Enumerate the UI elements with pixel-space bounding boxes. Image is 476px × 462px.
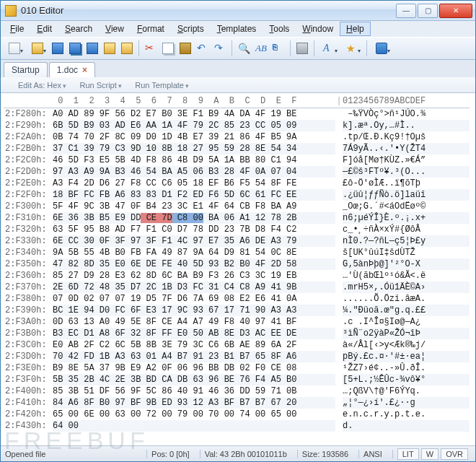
menu-scripts[interactable]: Scripts [171, 22, 211, 36]
hex-bytes[interactable]: 65 00 6E 00 63 00 72 00 79 00 70 00 74 0… [53, 409, 335, 420]
close-button[interactable]: ✕ [439, 4, 472, 18]
hex-ascii[interactable]: …'Ù(ãbŒlº¹ó&Ã<.ë [343, 270, 470, 282]
hex-row[interactable]: 2:F340h:9A 5B 55 4B B0 FB FA 49 87 9A 64… [4, 247, 470, 258]
hex-row[interactable]: 2:F400h:85 3B 51 DF 56 9F 5C 86 40 91 46… [4, 385, 470, 397]
hex-icon[interactable]: ⎘ [270, 40, 286, 56]
tab-startup[interactable]: Startup [4, 62, 48, 77]
hex-row[interactable]: 2:F430h:64 00 d. [4, 420, 470, 432]
hex-row[interactable]: 2:F2D0h:97 A3 A9 9A B3 46 54 BA A5 06 B3… [4, 166, 470, 178]
hex-bytes[interactable]: A3 F4 2D D6 27 F8 CC C6 05 18 EF B6 F5 5… [53, 178, 335, 189]
hex-bytes[interactable]: 64 00 [53, 420, 335, 432]
hex-ascii[interactable]: .tp/Œ.Ð.Kç9!†Oµš [343, 131, 470, 143]
hex-ascii[interactable]: ¹ŽZ7›é¢..-»Û.ðÎ. [343, 362, 470, 374]
hex-row[interactable]: 2:F350h:47 82 8D 35 E0 6E DE FE 40 5D 93… [4, 258, 470, 270]
hex-ascii[interactable]: .c .I^Î¤§Iø@—A¿ [343, 316, 470, 328]
hex-row[interactable]: 2:F2A0h:0B 74 70 2F 8C 09 D0 1D 4B E7 39… [4, 131, 470, 143]
hex-row[interactable]: 2:F390h:BC 1E 94 D0 FC 6F E3 17 9C 93 67… [4, 305, 470, 316]
find-text-icon[interactable]: AB [253, 40, 269, 56]
search-icon[interactable]: 🔍 [236, 40, 252, 56]
hex-bytes[interactable]: 70 42 FD 1B A3 63 01 A4 B7 91 23 B1 B7 6… [53, 351, 335, 362]
print-icon[interactable] [294, 40, 310, 56]
menu-format[interactable]: Format [131, 22, 171, 36]
calc-icon[interactable] [371, 40, 392, 56]
hex-ascii[interactable]: 7Á9yÃ..‹.'•Y(ŽT4 [343, 143, 470, 154]
open-folder-icon[interactable] [102, 40, 118, 56]
hex-ascii[interactable]: „¦°—¿›í'.£¿··g [343, 397, 470, 409]
hex-row[interactable]: 2:F3F0h:5B 35 2B 4C 2E 3B BD CA DB 63 96… [4, 374, 470, 385]
tab-doc[interactable]: 1.doc× [49, 62, 95, 77]
hex-row[interactable]: 2:F280h:A0 AD 89 9F 56 D2 E7 B0 3E F1 B9… [4, 108, 470, 120]
hex-ascii[interactable]: .mrH5×,.Óü1ÄÈ©A› [343, 282, 470, 293]
hex-bytes[interactable]: 2E 6D 72 48 35 D7 2C 1B D3 FC 31 C4 C8 A… [53, 282, 335, 293]
menu-tools[interactable]: Tools [263, 22, 296, 36]
hex-row[interactable]: 2:F370h:2E 6D 72 48 35 D7 2C 1B D3 FC 31… [4, 282, 470, 293]
open-icon[interactable] [27, 40, 48, 56]
status-flag-w[interactable]: W [421, 448, 438, 460]
new-icon[interactable] [4, 40, 25, 56]
hex-ascii[interactable]: _Oœ;G.´#<áOdËøº© [343, 201, 470, 212]
hex-row[interactable]: 2:F3E0h:B9 8E 5A 37 9B E9 A2 0F 06 96 BB… [4, 362, 470, 374]
menu-view[interactable]: View [99, 22, 131, 36]
hex-ascii[interactable]: d. [343, 420, 470, 432]
hex-bytes[interactable]: 6E CC 30 0F 3F 97 3F F1 4C 97 E7 35 A6 D… [53, 235, 335, 247]
hex-bytes[interactable]: 18 BF FC FB A6 83 83 D1 F2 ED F6 5D 6C 6… [53, 189, 335, 201]
hex-bytes[interactable]: 85 3B 51 DF 56 9F 5C 86 40 91 46 36 DD 5… [53, 385, 335, 397]
minimize-button[interactable]: — [396, 4, 416, 18]
undo-icon[interactable]: ↶ [195, 40, 211, 56]
hex-bytes[interactable]: BC 1E 94 D0 FC 6F E3 17 9C 93 67 17 71 9… [53, 305, 335, 316]
hex-row[interactable]: 2:F420h:65 00 6E 00 63 00 72 00 79 00 70… [4, 409, 470, 420]
hex-row[interactable]: 2:F3D0h:70 42 FD 1B A3 63 01 A4 B7 91 23… [4, 351, 470, 362]
hex-bytes[interactable]: 63 5F 95 B8 AD F7 F1 C0 D7 78 DD 23 7B D… [53, 224, 335, 235]
open-folder2-icon[interactable] [119, 40, 135, 56]
hex-ascii[interactable]: G‚5ànÞþ@]'²°O-X [343, 258, 470, 270]
hex-ascii[interactable]: ......Õ.Özi.âæA. [343, 293, 470, 305]
hex-ascii[interactable]: š[UK°ûúI‡šdÙTŽ [343, 247, 470, 258]
menu-templates[interactable]: Templates [211, 22, 263, 36]
hex-row[interactable]: 2:F360h:85 27 D9 28 E3 62 8D 6C BA B9 F3… [4, 270, 470, 282]
menu-edit[interactable]: Edit [30, 22, 58, 36]
highlight-icon[interactable]: ★ [341, 40, 363, 56]
font-icon[interactable]: A [318, 40, 340, 56]
hex-bytes[interactable]: 0B 74 70 2F 8C 09 D0 1D 4B E7 39 21 86 4… [53, 131, 335, 143]
save-as-icon[interactable] [84, 40, 100, 56]
hex-row[interactable]: 2:F380h:07 0D 02 07 07 19 D5 7F D6 7A 69… [4, 293, 470, 305]
hex-bytes[interactable]: 07 0D 02 07 07 19 D5 7F D6 7A 69 08 E2 E… [53, 293, 335, 305]
save-all-icon[interactable] [67, 40, 83, 56]
status-encoding[interactable]: ANSI [358, 450, 387, 458]
menu-help[interactable]: Help [340, 22, 371, 36]
hex-rows[interactable]: 2:F280h:A0 AD 89 9F 56 D2 E7 B0 3E F1 B9… [4, 108, 470, 432]
hex-bytes[interactable]: 6B 5D B9 03 AD E6 AA 1A 4F 79 2C 85 23 C… [53, 120, 335, 131]
hex-row[interactable]: 2:F2E0h:A3 F4 2D D6 27 F8 CC C6 05 18 EF… [4, 178, 470, 189]
cut-icon[interactable]: ✂ [143, 40, 159, 56]
hex-ascii[interactable]: F]óå[Mø†KÙZ.»€Á” [343, 154, 470, 166]
hex-ascii[interactable]: [5+L.;½ÊÛc-¾vô¥° [343, 374, 470, 385]
maximize-button[interactable]: ▢ [418, 4, 438, 18]
hex-bytes[interactable]: 0D 63 13 A0 49 5E 8F CE A4 A7 49 F8 40 9… [53, 316, 335, 328]
hex-ascii[interactable]: pBý.£c.¤·'#±·ea¦ [343, 351, 470, 362]
hex-ascii[interactable]: .¿üû¦ƒƒÑò.ö]laüî [343, 189, 470, 201]
hex-bytes[interactable]: B3 EC D1 A8 6F 32 8F FF E0 50 AB 8E D3 A… [53, 328, 335, 339]
hex-row[interactable]: 2:F320h:63 5F 95 B8 AD F7 F1 C0 D7 78 DD… [4, 224, 470, 235]
hex-bytes[interactable]: 9A 5B 55 4B B0 FB FA 49 87 9A 64 D9 81 5… [53, 247, 335, 258]
subtool-0[interactable]: Edit As: Hex [18, 81, 66, 90]
hex-ascii[interactable]: …;QßV\†@'F6ÝYq. [343, 385, 470, 397]
hex-ascii[interactable]: nÌ0.?—?ñL—ç5¦Þ£y [343, 235, 470, 247]
hex-row[interactable]: 2:F410h:84 A6 8F B0 97 BF 9B ED 93 12 A3… [4, 397, 470, 409]
hex-editor[interactable]: 0 1 2 3 4 5 6 7 8 9 A B C D E F | 012345… [1, 93, 475, 445]
copy-icon[interactable] [160, 40, 176, 56]
hex-ascii[interactable]: n6;µéÝÎ}È.º.¡.x+ [343, 212, 470, 224]
hex-bytes[interactable]: 47 82 8D 35 E0 6E DE FE 40 5D 93 B2 B0 4… [53, 258, 335, 270]
hex-ascii[interactable]: —£©š³FTº¥.³(O... [343, 166, 470, 178]
status-flag-ovr[interactable]: OVR [441, 448, 468, 460]
subtool-2[interactable]: Run Template [135, 81, 189, 90]
hex-ascii[interactable]: –‰ŸVÒç°>ñ¹JÚO.¾ [343, 108, 470, 120]
hex-ascii[interactable]: ¼."Ðüoã.œ"g.q.££ [343, 305, 470, 316]
hex-bytes[interactable]: 97 A3 A9 9A B3 46 54 BA A5 06 B3 28 4F 0… [53, 166, 335, 178]
hex-ascii[interactable]: £ô-Ö'øÌÆ..ï¶õTþ [343, 178, 470, 189]
hex-bytes[interactable]: 84 A6 8F B0 97 BF 9B ED 93 12 A3 BF B7 B… [53, 397, 335, 409]
hex-bytes[interactable]: 85 27 D9 28 E3 62 8D 6C BA B9 F3 26 C3 3… [53, 270, 335, 282]
hex-bytes[interactable]: B9 8E 5A 37 9B E9 A2 0F 06 96 BB DB 02 F… [53, 362, 335, 374]
hex-row[interactable]: 2:F3B0h:B3 EC D1 A8 6F 32 8F FF E0 50 AB… [4, 328, 470, 339]
hex-ascii[interactable]: k].­æª.Oy,…#Ì.. [343, 120, 470, 131]
hex-ascii[interactable]: ³ìÑ¨o2ÿàP«ŽÓ¬îÞ [343, 328, 470, 339]
